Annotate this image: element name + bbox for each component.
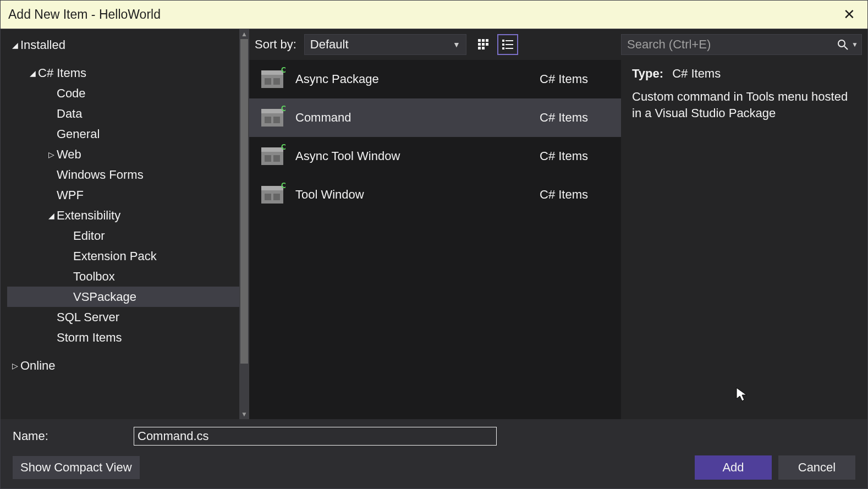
tree-item-extpack[interactable]: Extension Pack <box>7 246 239 266</box>
tree-item-web[interactable]: ▷ Web <box>7 144 239 164</box>
name-label: Name: <box>13 429 134 443</box>
package-icon: C# <box>259 182 285 208</box>
tree-item-data[interactable]: Data <box>7 103 239 124</box>
tree-label: Windows Forms <box>57 168 144 182</box>
package-icon: C# <box>259 105 285 131</box>
svg-rect-3 <box>478 43 481 46</box>
chevron-down-icon: ▼ <box>453 40 460 49</box>
scroll-down-icon[interactable]: ▼ <box>239 409 249 419</box>
tree-item-storm[interactable]: Storm Items <box>7 327 239 348</box>
svg-line-35 <box>844 46 848 50</box>
svg-text:C#: C# <box>281 143 285 151</box>
tree-label: Extension Pack <box>73 249 157 263</box>
tree-label: Storm Items <box>57 331 122 345</box>
template-row-async-package[interactable]: C# Async Package C# Items <box>249 60 621 98</box>
tree-label: C# Items <box>38 66 86 80</box>
type-label: Type: <box>632 67 663 80</box>
show-compact-view-button[interactable]: Show Compact View <box>13 456 140 479</box>
svg-rect-11 <box>506 44 513 45</box>
close-icon[interactable]: ✕ <box>839 4 860 25</box>
tree-item-code[interactable]: Code <box>7 83 239 103</box>
search-row: ▼ <box>621 29 867 60</box>
svg-rect-26 <box>265 155 271 162</box>
svg-rect-17 <box>273 78 280 85</box>
search-input[interactable] <box>627 37 837 52</box>
scroll-thumb[interactable] <box>240 39 248 364</box>
template-toolbar: Sort by: Default ▼ <box>249 29 621 60</box>
svg-rect-6 <box>478 47 481 50</box>
bottom-bar: Name: Show Compact View Add Cancel <box>1 419 867 488</box>
tree-item-winforms[interactable]: Windows Forms <box>7 164 239 185</box>
svg-rect-15 <box>261 70 283 75</box>
template-list[interactable]: C# Async Package C# Items C# Command C# … <box>249 60 621 419</box>
category-tree[interactable]: ◢ Installed ◢ C# Items Code Data <box>1 29 239 419</box>
svg-rect-7 <box>482 47 485 50</box>
category-tree-pane: ◢ Installed ◢ C# Items Code Data <box>1 29 249 419</box>
template-pane: Sort by: Default ▼ <box>249 29 621 419</box>
template-row-async-tool-window[interactable]: C# Async Tool Window C# Items <box>249 137 621 175</box>
svg-text:C#: C# <box>281 182 285 190</box>
chevron-right-icon: ▷ <box>9 361 20 370</box>
tree-scrollbar[interactable]: ▲ ▼ <box>239 29 249 419</box>
svg-rect-22 <box>273 117 280 123</box>
svg-rect-30 <box>261 186 283 190</box>
tree-item-toolbox[interactable]: Toolbox <box>7 266 239 287</box>
cancel-button[interactable]: Cancel <box>778 455 855 480</box>
tree-label: Editor <box>73 229 105 243</box>
svg-rect-8 <box>502 40 504 42</box>
template-category: C# Items <box>540 188 611 202</box>
tree-label: Data <box>57 107 82 121</box>
svg-rect-20 <box>261 109 283 113</box>
svg-rect-16 <box>265 78 271 85</box>
template-name: Tool Window <box>295 188 530 202</box>
list-view-button[interactable] <box>497 34 518 55</box>
template-category: C# Items <box>540 72 611 86</box>
svg-point-34 <box>838 40 845 47</box>
tree-label: WPF <box>57 188 84 202</box>
tree-item-general[interactable]: General <box>7 124 239 144</box>
tree-item-installed[interactable]: ◢ Installed <box>7 35 239 55</box>
sortby-dropdown[interactable]: Default ▼ <box>304 34 466 55</box>
name-input[interactable] <box>134 427 497 446</box>
svg-rect-12 <box>502 47 504 50</box>
add-button[interactable]: Add <box>695 455 772 480</box>
svg-rect-27 <box>273 155 280 162</box>
template-row-command[interactable]: C# Command C# Items <box>249 98 621 137</box>
dialog-body: ◢ Installed ◢ C# Items Code Data <box>1 29 867 488</box>
chevron-right-icon: ▷ <box>46 150 57 159</box>
search-box[interactable]: ▼ <box>621 34 862 55</box>
chevron-down-icon[interactable]: ▼ <box>851 41 858 48</box>
scroll-up-icon[interactable]: ▲ <box>239 29 249 39</box>
grid-icon <box>477 39 490 51</box>
chevron-down-icon: ◢ <box>9 41 20 50</box>
tree-label: VSPackage <box>73 290 136 304</box>
svg-rect-21 <box>265 117 271 123</box>
tree-item-extensibility[interactable]: ◢ Extensibility <box>7 205 239 226</box>
tree-item-vspackage[interactable]: VSPackage <box>7 287 239 307</box>
svg-rect-5 <box>486 43 488 46</box>
button-row: Show Compact View Add Cancel <box>13 455 855 480</box>
tree-label: Toolbox <box>73 270 115 284</box>
tree-item-editor[interactable]: Editor <box>7 226 239 246</box>
main-area: ◢ Installed ◢ C# Items Code Data <box>1 29 867 419</box>
package-icon: C# <box>259 143 285 169</box>
tree-item-wpf[interactable]: WPF <box>7 185 239 205</box>
grid-view-button[interactable] <box>473 34 494 55</box>
tree-label: General <box>57 127 100 141</box>
window-title: Add New Item - HelloWorld <box>8 7 161 22</box>
template-row-tool-window[interactable]: C# Tool Window C# Items <box>249 175 621 214</box>
list-icon <box>502 39 514 51</box>
chevron-down-icon: ◢ <box>27 69 38 78</box>
template-category: C# Items <box>540 149 611 163</box>
template-name: Async Tool Window <box>295 149 530 163</box>
tree-item-sqlserver[interactable]: SQL Server <box>7 307 239 327</box>
view-mode-toggle <box>473 34 518 55</box>
add-new-item-dialog: Add New Item - HelloWorld ✕ ◢ Installed … <box>0 0 868 489</box>
template-name: Command <box>295 111 530 125</box>
template-description: Custom command in Tools menu hosted in a… <box>632 89 856 121</box>
tree-item-csharp[interactable]: ◢ C# Items <box>7 63 239 83</box>
svg-rect-32 <box>273 194 280 200</box>
search-icon <box>837 39 848 50</box>
tree-item-online[interactable]: ▷ Online <box>7 355 239 376</box>
tree-label: Extensibility <box>57 208 120 223</box>
